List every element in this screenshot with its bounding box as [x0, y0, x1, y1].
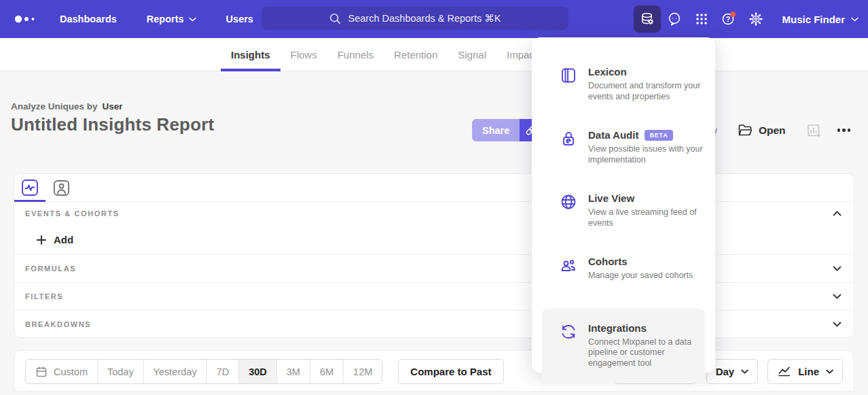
- messages-button[interactable]: [661, 5, 688, 33]
- apps-grid-icon: [694, 12, 709, 27]
- chevron-down-icon: [189, 17, 196, 22]
- data-management-menu: Lexicon Document and transform your even…: [532, 37, 715, 373]
- menu-item-title: Data Audit BETA: [588, 129, 705, 141]
- chevron-down-icon[interactable]: [833, 322, 842, 327]
- range-yesterday[interactable]: Yesterday: [144, 360, 207, 383]
- search-icon: [329, 13, 341, 24]
- range-3m[interactable]: 3M: [277, 360, 310, 383]
- folder-icon: [738, 124, 752, 137]
- compare-label: Compare to Past: [410, 366, 491, 377]
- help-button[interactable]: ?: [715, 5, 742, 33]
- cohorts-icon: [560, 256, 577, 274]
- messages-icon: [667, 12, 682, 27]
- range-7d[interactable]: 7D: [207, 360, 240, 383]
- menu-item-live-view[interactable]: Live View View a live streaming feed of …: [532, 179, 715, 242]
- settings-icon: [748, 12, 763, 27]
- open-report-button[interactable]: Open: [738, 124, 786, 137]
- menu-item-integrations[interactable]: Integrations Connect Mixpanel to a data …: [542, 309, 705, 383]
- nav-item-dashboards[interactable]: Dashboards: [60, 14, 117, 24]
- section-label: EVENTS & COHORTS: [25, 209, 120, 218]
- more-options-button[interactable]: [836, 126, 852, 135]
- section-breakdowns[interactable]: BREAKDOWNS: [14, 310, 854, 338]
- breadcrumb: Analyze Uniques byUser: [11, 101, 123, 111]
- range-12m[interactable]: 12M: [344, 360, 382, 383]
- tab-funnels[interactable]: Funnels: [327, 38, 384, 71]
- settings-button[interactable]: [742, 5, 770, 33]
- add-to-dashboard-button[interactable]: [806, 123, 821, 138]
- menu-item-desc: View possible issues with your implement…: [588, 144, 705, 165]
- menu-item-data-audit[interactable]: Data Audit BETA View possible issues wit…: [532, 116, 715, 179]
- nav-item-label: Reports: [147, 14, 184, 24]
- range-label: 7D: [217, 366, 230, 377]
- section-label: FORMULAS: [25, 264, 76, 273]
- svg-text:?: ?: [726, 15, 730, 23]
- range-label: 12M: [353, 366, 372, 377]
- chevron-up-icon[interactable]: [833, 211, 842, 216]
- interval-label: Day: [716, 366, 735, 377]
- help-icon: ?: [721, 11, 737, 27]
- mixpanel-logo[interactable]: [14, 14, 37, 24]
- book-icon: [560, 67, 577, 84]
- tab-signal[interactable]: Signal: [448, 38, 496, 71]
- nav-item-reports[interactable]: Reports: [147, 14, 196, 24]
- add-event-button[interactable]: Add: [14, 225, 854, 254]
- nav-item-label: Users: [226, 14, 253, 24]
- apps-grid-button[interactable]: [688, 5, 715, 33]
- menu-item-lexicon[interactable]: Lexicon Document and transform your even…: [532, 52, 715, 116]
- tab-insights[interactable]: Insights: [221, 38, 281, 71]
- section-label: FILTERS: [25, 292, 63, 300]
- dot: [837, 128, 841, 132]
- menu-item-cohorts[interactable]: Cohorts Manage your saved cohorts: [532, 242, 715, 309]
- chart-add-icon: [806, 123, 821, 138]
- range-today[interactable]: Today: [98, 360, 144, 383]
- section-formulas[interactable]: FORMULAS: [14, 254, 854, 282]
- section-filters[interactable]: FILTERS: [14, 282, 854, 310]
- range-label: 30D: [249, 366, 267, 377]
- search-input[interactable]: Search Dashboards & Reports ⌘K: [261, 7, 568, 30]
- range-30d[interactable]: 30D: [239, 360, 277, 383]
- user-profile-icon: [53, 179, 70, 196]
- tab-flows[interactable]: Flows: [281, 38, 327, 71]
- range-label: Custom: [54, 366, 88, 377]
- chevron-down-icon: [826, 369, 833, 374]
- tab-events-view[interactable]: [14, 174, 46, 201]
- chevron-down-icon[interactable]: [833, 294, 842, 299]
- tab-retention[interactable]: Retention: [384, 38, 448, 71]
- breadcrumb-prefix: Analyze Uniques by: [11, 101, 98, 111]
- chart-type-select[interactable]: Line: [767, 359, 843, 384]
- dot: [842, 128, 846, 132]
- primary-nav: Dashboards Reports Users: [60, 14, 253, 24]
- menu-item-text: Data Audit BETA View possible issues wit…: [588, 129, 705, 165]
- open-label: Open: [759, 124, 786, 137]
- chevron-down-icon: [851, 17, 858, 22]
- menu-item-desc: Document and transform your events and p…: [588, 81, 705, 102]
- menu-item-title: Cohorts: [588, 256, 705, 267]
- tab-label: Insights: [231, 49, 270, 61]
- section-events-cohorts[interactable]: EVENTS & COHORTS: [14, 202, 854, 225]
- range-label: 3M: [287, 366, 300, 377]
- project-switcher[interactable]: Music Finder: [782, 14, 858, 25]
- tab-label: Flows: [291, 49, 317, 61]
- menu-item-text: Live View View a live streaming feed of …: [588, 192, 705, 228]
- report-tabbar: Insights Flows Funnels Retention Signal …: [0, 38, 868, 71]
- breadcrumb-entity[interactable]: User: [103, 101, 123, 111]
- range-label: 6M: [320, 366, 333, 377]
- chevron-down-icon: [741, 369, 748, 374]
- nav-item-users[interactable]: Users: [226, 14, 253, 24]
- lock-icon: [560, 130, 577, 148]
- chevron-down-icon[interactable]: [833, 266, 842, 271]
- globe-icon: [560, 193, 577, 211]
- notification-dot: [731, 12, 736, 17]
- builder-view-tabs: [14, 174, 854, 202]
- calendar-icon: [35, 366, 48, 378]
- range-custom[interactable]: Custom: [26, 360, 98, 383]
- range-6m[interactable]: 6M: [310, 360, 344, 383]
- insights-chart-icon: [21, 179, 39, 196]
- tab-users-view[interactable]: [46, 174, 77, 201]
- share-button[interactable]: Share: [472, 119, 520, 141]
- page-title[interactable]: Untitled Insights Report: [11, 114, 214, 135]
- top-navbar: Dashboards Reports Users Search Dashboar…: [0, 0, 868, 38]
- menu-item-title: Lexicon: [588, 66, 705, 78]
- data-management-button[interactable]: [634, 5, 661, 33]
- compare-to-past-button[interactable]: Compare to Past: [398, 359, 503, 384]
